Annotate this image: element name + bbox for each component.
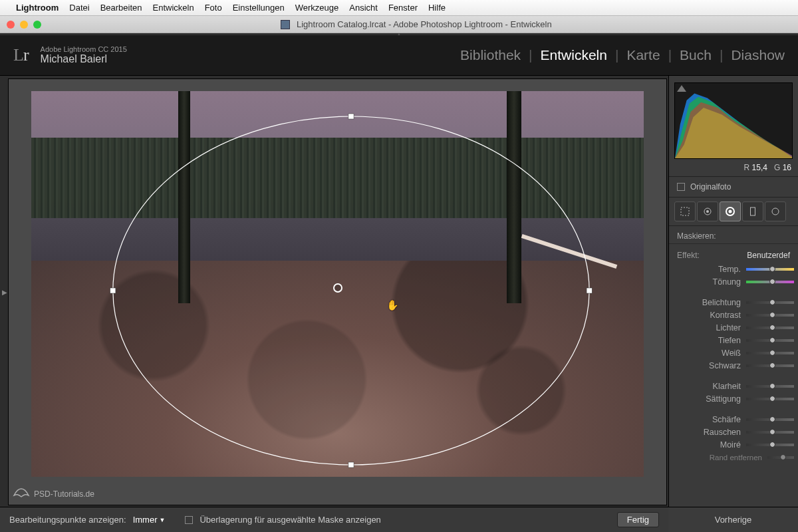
menu-fenster[interactable]: Fenster <box>388 3 418 13</box>
slider-klarheit[interactable] <box>746 385 794 388</box>
module-picker: Bibliothek| Entwickeln| Karte| Buch| Dia… <box>460 47 785 63</box>
module-bibliothek[interactable]: Bibliothek <box>460 47 521 63</box>
overlay-label: Überlagerung für ausgewählte Maske anzei… <box>200 515 380 525</box>
histogram-clip-indicator[interactable] <box>677 85 686 92</box>
watermark: PSD-Tutorials.de <box>13 487 94 501</box>
mask-label: Maskieren: <box>669 226 798 244</box>
lightroom-logo: Lr <box>13 45 29 65</box>
menu-datei[interactable]: Datei <box>69 3 89 13</box>
slider-schaerfe[interactable] <box>746 418 794 421</box>
slider-rand[interactable] <box>767 456 794 459</box>
tool-crop[interactable] <box>674 201 696 221</box>
mac-menubar: Lightroom Datei Bearbeiten Entwickeln Fo… <box>0 0 798 16</box>
slider-lichter-label: Lichter <box>691 323 741 332</box>
traffic-close[interactable] <box>7 21 15 29</box>
tool-brush[interactable] <box>765 201 786 221</box>
slider-rand-label: Rand entfernen <box>689 454 762 462</box>
slider-temperatur[interactable] <box>746 268 794 271</box>
slider-tiefen[interactable] <box>746 339 794 342</box>
module-karte[interactable]: Karte <box>626 47 660 63</box>
menu-bearbeiten[interactable]: Bearbeiten <box>100 3 142 13</box>
slider-kontrast-label: Kontrast <box>691 311 741 320</box>
slider-temperatur-label: Temp. <box>691 265 741 274</box>
tool-graduated-filter[interactable] <box>742 201 763 221</box>
slider-tiefen-label: Tiefen <box>691 336 741 345</box>
svg-rect-6 <box>751 207 755 215</box>
slider-toenung[interactable] <box>746 281 794 283</box>
tool-radial-filter[interactable] <box>720 201 741 221</box>
svg-rect-1 <box>681 207 689 215</box>
svg-point-0 <box>113 116 589 465</box>
svg-point-7 <box>772 208 779 215</box>
hand-cursor-icon: ✋ <box>386 299 399 311</box>
svg-point-5 <box>729 210 732 213</box>
slider-klarheit-label: Klarheit <box>691 382 741 391</box>
traffic-zoom[interactable] <box>33 21 41 29</box>
product-label: Adobe Lightroom CC 2015 <box>41 45 127 53</box>
chevron-down-icon: ▼ <box>159 517 165 523</box>
pins-show-dropdown[interactable]: Immer ▼ <box>133 515 166 525</box>
svg-point-3 <box>706 210 709 213</box>
effekt-label: Effekt: <box>677 251 700 260</box>
window-title: Lightroom Catalog.lrcat - Adobe Photosho… <box>41 19 791 29</box>
slider-belichtung-label: Belichtung <box>691 298 741 307</box>
menu-ansicht[interactable]: Ansicht <box>349 3 378 13</box>
menu-foto[interactable]: Foto <box>205 3 222 13</box>
ellipse-handle-bottom[interactable] <box>348 462 354 467</box>
rgb-readout: R 15,4 G 16 <box>669 162 798 177</box>
slider-kontrast[interactable] <box>746 314 794 317</box>
originalfoto-checkbox[interactable] <box>677 183 685 191</box>
originalfoto-label: Originalfoto <box>690 182 731 192</box>
slider-rauschen-label: Rauschen <box>691 428 741 437</box>
ellipse-handle-top[interactable] <box>348 114 354 119</box>
appname[interactable]: Lightroom <box>16 3 59 13</box>
slider-weiss-label: Weiß <box>691 348 741 358</box>
previous-button[interactable]: Vorherige <box>668 507 798 532</box>
radial-filter-pin[interactable] <box>333 283 342 293</box>
photo-preview[interactable]: ✋ <box>31 91 644 477</box>
slider-moire[interactable] <box>746 444 794 446</box>
module-diashow[interactable]: Diashow <box>731 47 785 63</box>
effekt-preset[interactable]: Benutzerdef <box>747 251 790 260</box>
ellipse-handle-right[interactable] <box>587 288 592 293</box>
module-header: Lr Adobe Lightroom CC 2015 Michael Baier… <box>0 35 798 75</box>
tool-spot[interactable] <box>697 201 718 221</box>
left-panel-toggle[interactable]: ▶ <box>2 289 7 296</box>
menu-entwickeln[interactable]: Entwickeln <box>153 3 194 13</box>
slider-schwarz-label: Schwarz <box>691 361 741 370</box>
traffic-minimize[interactable] <box>20 21 28 29</box>
histogram[interactable] <box>674 82 793 159</box>
menu-werkzeuge[interactable]: Werkzeuge <box>295 3 339 13</box>
menu-hilfe[interactable]: Hilfe <box>428 3 446 13</box>
document-icon <box>281 20 290 29</box>
slider-belichtung[interactable] <box>746 301 794 304</box>
ellipse-handle-left[interactable] <box>110 288 116 293</box>
slider-schwarz[interactable] <box>746 364 794 367</box>
preview-canvas[interactable]: ▶ ✋ PSD-Tutorials.de <box>8 78 667 505</box>
menu-einstellungen[interactable]: Einstellungen <box>233 3 285 13</box>
identity-plate-user: Michael Baierl <box>41 53 127 65</box>
pins-show-label: Bearbeitungspunkte anzeigen: <box>9 515 126 525</box>
develop-right-panel: R 15,4 G 16 Originalfoto Maskieren: Effe… <box>668 76 798 507</box>
slider-lichter[interactable] <box>746 327 794 329</box>
slider-saettigung[interactable] <box>746 398 794 400</box>
toolbar-strip: Bearbeitungspunkte anzeigen: Immer ▼ Übe… <box>0 507 668 532</box>
slider-saettigung-label: Sättigung <box>691 394 741 404</box>
slider-weiss[interactable] <box>746 352 794 354</box>
slider-schaerfe-label: Schärfe <box>691 415 741 424</box>
slider-toenung-label: Tönung <box>691 277 741 287</box>
slider-moire-label: Moiré <box>691 440 741 450</box>
module-entwickeln[interactable]: Entwickeln <box>541 47 607 63</box>
module-buch[interactable]: Buch <box>680 47 712 63</box>
done-button[interactable]: Fertig <box>617 512 659 527</box>
overlay-checkbox[interactable] <box>185 516 193 524</box>
slider-rauschen[interactable] <box>746 431 794 434</box>
tool-strip <box>669 198 798 226</box>
